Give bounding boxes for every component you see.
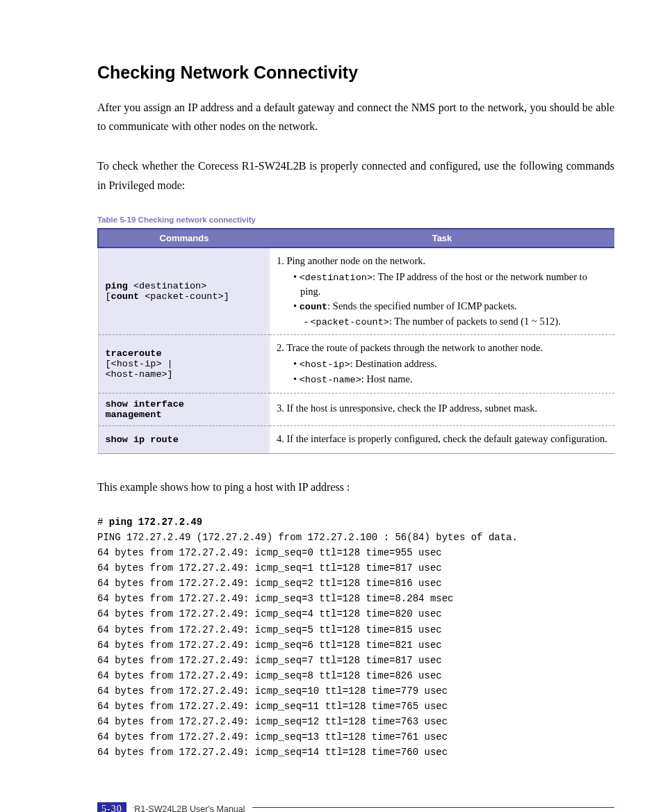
- table-row: show interface management 3. If the host…: [98, 393, 614, 425]
- table-header-row: Commands Task: [98, 229, 614, 247]
- section-heading: Checking Network Connectivity: [97, 63, 614, 83]
- cmd-cell-show-interface: show interface management: [98, 393, 270, 425]
- table-row: show ip route 4. If the interface is pro…: [98, 425, 614, 453]
- terminal-output: # ping 172.27.2.49 PING 172.27.2.49 (172…: [97, 514, 614, 761]
- task-cell-show-interface: 3. If the host is unresponsive, check th…: [270, 393, 614, 425]
- col-commands: Commands: [98, 229, 270, 247]
- col-task: Task: [270, 229, 614, 247]
- example-intro: This example shows how to ping a host wi…: [97, 478, 614, 496]
- table-caption: Table 5-19 Checking network connectivity: [97, 216, 614, 224]
- doc-title-footer: R1-SW24L2B User's Manual: [134, 804, 252, 812]
- table-row: traceroute [<host-ip> | <host-name>] 2. …: [98, 335, 614, 393]
- cmd-cell-ping: ping <destination> [count <packet-count>…: [98, 247, 270, 335]
- intro-paragraph-1: After you assign an IP address and a def…: [97, 98, 614, 136]
- table-row: ping <destination> [count <packet-count>…: [98, 247, 614, 335]
- task-cell-show-ip-route: 4. If the interface is properly configur…: [270, 425, 614, 453]
- page-footer: 5-30 R1-SW24L2B User's Manual: [97, 802, 614, 812]
- commands-table: Commands Task ping <destination> [count …: [97, 228, 614, 454]
- task-cell-traceroute: 2. Trace the route of packets through th…: [270, 335, 614, 393]
- cmd-cell-traceroute: traceroute [<host-ip> | <host-name>]: [98, 335, 270, 393]
- cmd-cell-show-ip-route: show ip route: [98, 425, 270, 453]
- intro-paragraph-2: To check whether the Corecess R1-SW24L2B…: [97, 156, 614, 194]
- task-cell-ping: 1. Ping another node on the network. • <…: [270, 247, 614, 335]
- page-number: 5-30: [97, 802, 126, 812]
